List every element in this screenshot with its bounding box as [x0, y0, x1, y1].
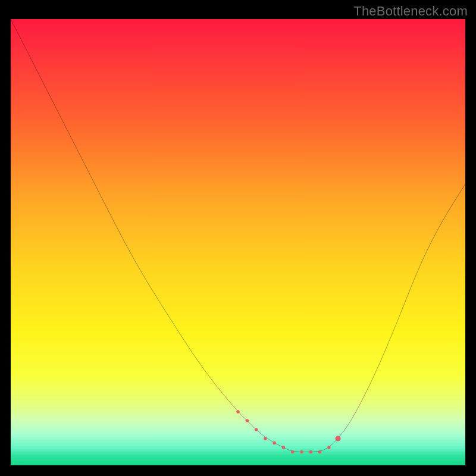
emphasis-dot — [264, 437, 267, 440]
watermark-text: TheBottleneck.com — [353, 4, 468, 19]
emphasis-dot — [282, 446, 286, 449]
emphasis-dot — [255, 428, 258, 431]
emphasis-dot — [318, 450, 322, 453]
emphasis-dot — [300, 450, 303, 453]
chart-svg — [11, 19, 465, 465]
emphasis-dot — [335, 436, 340, 441]
bottleneck-curve-path — [11, 19, 465, 452]
emphasis-dot — [309, 450, 312, 453]
emphasis-dot — [273, 441, 276, 444]
emphasis-dot — [291, 450, 295, 453]
emphasis-dots-group — [236, 410, 340, 453]
emphasis-dot — [246, 419, 249, 422]
chart-frame: TheBottleneck.com — [0, 0, 476, 476]
plot-area — [11, 19, 465, 465]
emphasis-dot — [236, 410, 240, 413]
emphasis-dot — [327, 446, 331, 449]
